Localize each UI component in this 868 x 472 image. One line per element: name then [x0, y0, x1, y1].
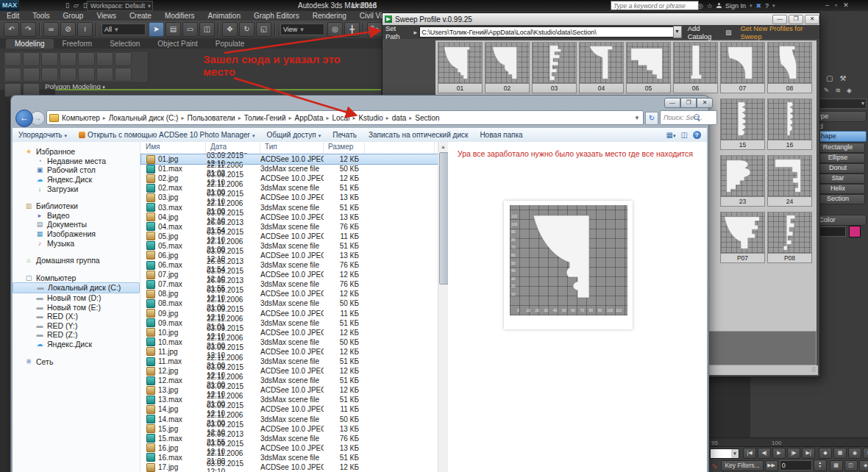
snaps-toggle-button[interactable]: 3∩ [367, 22, 383, 37]
breadcrumb[interactable]: Компьютер▸Локальный диск (C:)▸Пользовате… [46, 110, 644, 125]
key-filters-button[interactable]: Key Filters... [721, 460, 763, 471]
toolbar-упорядочить[interactable]: Упорядочить▾ [18, 131, 67, 139]
close-button[interactable]: ✕ [697, 98, 713, 108]
ribbon-tool-button[interactable] [60, 68, 77, 82]
profile-thumb-p07[interactable]: P07 [720, 212, 765, 263]
file-row-08-jpg[interactable]: 08.jpg03.09.2015 12:10ACDSee 10.0 JPEG .… [141, 289, 438, 298]
file-row-04-jpg[interactable]: 04.jpg03.09.2015 12:10ACDSee 10.0 JPEG .… [141, 212, 438, 222]
ribbon-tool-button[interactable] [78, 68, 95, 82]
file-row-13-max[interactable]: 13.max22.11.2006 21:003dsMax scene file5… [141, 395, 438, 404]
minimize-button[interactable]: – [825, 1, 829, 9]
select-and-scale-button[interactable]: ◱ [256, 22, 271, 37]
ribbon-tab-selection[interactable]: Selection [101, 39, 149, 49]
file-row-09-jpg[interactable]: 09.jpg03.09.2015 12:10ACDSee 10.0 JPEG .… [141, 309, 438, 318]
address-dropdown-arrow[interactable]: ▼ [634, 115, 640, 121]
file-row-02-jpg[interactable]: 02.jpg03.09.2015 12:10ACDSee 10.0 JPEG .… [141, 174, 438, 183]
nav-item-red-x[interactable]: ▬RED (X:) [13, 312, 140, 321]
file-row-07-max[interactable]: 07.max26.05.2013 21:553dsMax scene file7… [141, 279, 438, 289]
new-file-icon[interactable]: ▯ [65, 0, 69, 11]
breadcrumb-item-section[interactable]: Section [415, 114, 439, 122]
menu-create[interactable]: Create [123, 11, 158, 21]
profile-thumb-15[interactable]: 15 [720, 99, 765, 150]
track-view-button[interactable]: ▦ [833, 448, 847, 459]
file-row-02-max[interactable]: 02.max22.11.2006 21:003dsMax scene file5… [141, 183, 438, 193]
grid-snap-button[interactable]: ▩ [830, 460, 843, 471]
preview-pane-icon[interactable]: ◫ [681, 131, 688, 139]
file-row-14-jpg[interactable]: 14.jpg03.09.2015 12:10ACDSee 10.0 JPEG .… [141, 404, 438, 414]
file-row-01-max[interactable]: 01.max22.11.2006 21:023dsMax scene file5… [141, 164, 438, 174]
get-new-profiles-link[interactable]: Get New Profiles for Sweep [740, 24, 819, 40]
nav-item-red-y[interactable]: ▬RED (Y:) [13, 321, 140, 331]
toolbar-открыть-с-помощью-acdsee-10-photo-manager[interactable]: Открыть с помощью ACDSee 10 Photo Manage… [79, 131, 255, 139]
nav-item-видео[interactable]: ▸Видео [13, 211, 140, 221]
favorites-star-icon[interactable]: ☆ [707, 2, 713, 10]
ribbon-tool-button[interactable] [41, 52, 58, 66]
resize-grip[interactable]: ⠿ [811, 367, 816, 373]
ribbon-tool-button[interactable] [23, 68, 40, 82]
systems-icon[interactable]: ◈ [847, 87, 852, 94]
menu-modifiers[interactable]: Modifiers [158, 11, 202, 21]
column-header-тип[interactable]: Тип [260, 142, 324, 154]
profile-thumb-24[interactable]: 24 [767, 155, 812, 207]
file-row-11-jpg[interactable]: 11.jpg03.09.2015 12:10ACDSee 10.0 JPEG .… [141, 347, 438, 357]
go-to-end-button[interactable]: ▶| [802, 448, 815, 459]
ribbon-tab-freeform[interactable]: Freeform [54, 39, 102, 49]
breadcrumb-item-data[interactable]: data [392, 114, 406, 122]
search-go-icon[interactable]: ◎ [697, 2, 703, 10]
nav-item-недавние-места[interactable]: ◔Недавние места [13, 157, 140, 166]
nav-item-избранное[interactable]: ★Избранное [13, 147, 140, 157]
profile-thumb-06[interactable]: 06 [673, 42, 718, 93]
minimize-button[interactable]: — [772, 15, 787, 24]
breadcrumb-item-kstudio[interactable]: Kstudio [358, 114, 383, 122]
profile-thumb-01[interactable]: 01 [438, 42, 483, 93]
profile-thumb-08[interactable]: 08 [767, 42, 812, 93]
breadcrumb-item-local[interactable]: Local [332, 114, 349, 122]
file-row-12-max[interactable]: 12.max22.11.2006 21:003dsMax scene file5… [141, 376, 438, 385]
column-header-размер[interactable]: Размер [324, 142, 365, 154]
profile-thumb-02[interactable]: 02 [485, 42, 530, 93]
nav-item-библиотеки[interactable]: ▥Библиотеки [13, 201, 140, 211]
unlink-selection-button[interactable]: ⊘ [60, 22, 76, 37]
file-row-10-jpg[interactable]: 10.jpg03.09.2015 12:10ACDSee 10.0 JPEG .… [141, 328, 438, 337]
end-frame-icon[interactable]: ▶▶ [765, 460, 778, 471]
breadcrumb-item-толик-гений[interactable]: Толик-Гений [244, 114, 286, 122]
close-button[interactable]: ✕ [805, 15, 819, 24]
nav-item-новый-том-e[interactable]: ▬Новый том (E:) [13, 302, 140, 312]
profile-thumb-23[interactable]: 23 [720, 155, 765, 207]
ribbon-tool-button[interactable] [115, 52, 132, 66]
selection-filter-dropdown[interactable]: All▾ [102, 24, 146, 35]
toolbar-новая-папка[interactable]: Новая папка [480, 131, 522, 139]
nav-item-изображения[interactable]: ▦Изображения [13, 229, 140, 239]
profile-thumb-07[interactable]: 07 [720, 42, 765, 93]
shape-category-dropdown[interactable]: ▾ [812, 99, 867, 109]
file-row-14-max[interactable]: 14.max22.11.2006 21:003dsMax scene file5… [141, 415, 438, 424]
menu-animation[interactable]: Animation [201, 11, 246, 21]
select-and-manipulate-button[interactable]: ╋ [344, 22, 360, 37]
frame-spinner[interactable]: ▲▼ [814, 460, 827, 471]
ribbon-tool-button[interactable] [4, 68, 21, 82]
keyword-search-input[interactable] [611, 1, 699, 10]
menu-views[interactable]: Views [90, 11, 123, 21]
file-row-03-jpg[interactable]: 03.jpg03.09.2015 12:10ACDSee 10.0 JPEG .… [141, 193, 438, 202]
file-row-16-jpg[interactable]: 16.jpg03.09.2015 12:10ACDSee 10.0 JPEG .… [141, 443, 438, 453]
nav-item-яндекс-диск[interactable]: ☁Яндекс.Диск [13, 175, 140, 185]
file-row-04-max[interactable]: 04.max26.05.2013 21:543dsMax scene file7… [141, 222, 438, 232]
menu-group[interactable]: Group [57, 11, 90, 21]
ribbon-tool-button[interactable] [96, 52, 113, 66]
maximize-button[interactable]: ❐ [789, 15, 803, 24]
curve-editor-icon[interactable]: ∿ [711, 462, 717, 470]
path-dropdown-arrow[interactable]: ▼ [673, 26, 682, 38]
breadcrumb-item-компьютер[interactable]: Компьютер [62, 114, 100, 122]
nav-item-загрузки[interactable]: ↓Загрузки [13, 184, 140, 193]
set-key-button[interactable]: ◆ [819, 448, 832, 459]
column-header-имя[interactable]: Имя [141, 142, 206, 154]
rectangular-selection-region-button[interactable]: ▭ [182, 22, 198, 37]
nav-item-яндекс-диск[interactable]: ☁Яндекс.Диск [13, 340, 140, 349]
breadcrumb-item-appdata[interactable]: AppData [295, 114, 324, 122]
ribbon-tool-button[interactable] [23, 52, 40, 66]
profile-thumb-p08[interactable]: P08 [767, 212, 812, 263]
go-to-start-button[interactable]: |◀ [743, 448, 756, 459]
chevron-down-icon[interactable]: ▾ [772, 3, 775, 9]
toolbar-печать[interactable]: Печать [332, 131, 357, 139]
menu-edit[interactable]: Edit [0, 11, 26, 21]
